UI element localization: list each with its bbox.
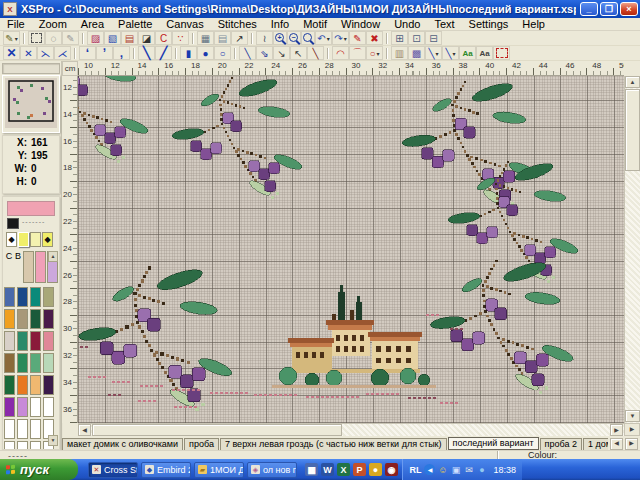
rotate-tool[interactable]: C xyxy=(155,31,172,45)
palette-swatch[interactable] xyxy=(30,287,41,307)
pencil-tool[interactable]: ✎▾ xyxy=(3,31,20,45)
line-width-tool[interactable]: ╲▾ xyxy=(442,46,459,60)
menu-palette[interactable]: Palette xyxy=(111,18,159,30)
minimize-button[interactable]: _ xyxy=(580,2,598,16)
tray-app2-icon[interactable]: ✉ xyxy=(463,464,474,475)
circle-tool[interactable]: ○▾ xyxy=(366,46,383,60)
menu-undo[interactable]: Undo xyxy=(387,18,427,30)
scroll-up-button[interactable]: ▲ xyxy=(625,76,640,88)
backstitch-tool-4[interactable]: ↖ xyxy=(290,46,307,60)
palette-scroll-down[interactable]: ▼ xyxy=(48,435,58,446)
three-quarter-stitch-tool-1[interactable]: ✕ xyxy=(20,46,37,60)
keyboard-layout-indicator[interactable]: RL xyxy=(409,465,421,475)
palette-swatch[interactable] xyxy=(43,287,54,307)
menu-motif[interactable]: Motif xyxy=(296,18,334,30)
selection-export-tool[interactable] xyxy=(493,46,510,60)
sheet-tab-0[interactable]: макет домик с оливочками xyxy=(62,438,183,450)
scroll-right-button[interactable]: ▶ xyxy=(610,424,623,436)
palette-swatch[interactable] xyxy=(17,441,28,450)
menu-info[interactable]: Info xyxy=(264,18,296,30)
palette-swatch[interactable] xyxy=(17,331,28,351)
black-color-swatch[interactable] xyxy=(7,218,19,229)
palette-swatch[interactable] xyxy=(30,331,41,351)
tray-app1-icon[interactable]: ▣ xyxy=(450,464,461,475)
taskbar-item-1[interactable]: ◆Embird 2... xyxy=(141,462,191,478)
palette-swatch[interactable] xyxy=(17,397,28,417)
select-lasso-tool[interactable]: ◌ xyxy=(45,31,62,45)
pointer-arrow-tool[interactable]: ↗ xyxy=(231,31,248,45)
palette-swatch[interactable] xyxy=(17,309,28,329)
scrollbar-corner-button[interactable]: ▶ xyxy=(624,423,640,436)
palette-swatch[interactable] xyxy=(17,375,28,395)
vertical-scroll-thumb[interactable] xyxy=(625,89,640,171)
pen-edit-tool[interactable]: ✎ xyxy=(349,31,366,45)
backstitch-tool-5[interactable]: ╲ xyxy=(307,46,324,60)
palette-swatch[interactable] xyxy=(43,331,54,351)
tab-scroll-left-button[interactable]: ◀ xyxy=(610,438,623,450)
quicklaunch-media-icon[interactable]: ▦ xyxy=(305,463,318,476)
start-button[interactable]: пуск xyxy=(0,459,78,480)
menu-window[interactable]: Window xyxy=(334,18,387,30)
taskbar-item-2[interactable]: ▰1МОИ Д... xyxy=(194,462,244,478)
palette-header-swatch-0[interactable] xyxy=(23,251,34,283)
tray-hide-icon[interactable]: ◀ xyxy=(424,464,435,475)
line-style-tool[interactable]: ╲▾ xyxy=(425,46,442,60)
export-image-tool[interactable]: ▤ xyxy=(214,31,231,45)
multi-point-tool[interactable]: ∵ xyxy=(172,31,189,45)
palette-swatch[interactable] xyxy=(43,375,54,395)
palette-swatch[interactable] xyxy=(30,375,41,395)
zoom-out-tool[interactable]: − xyxy=(287,31,301,45)
scroll-left-button[interactable]: ◀ xyxy=(78,424,91,436)
zoom-area-tool[interactable] xyxy=(301,31,315,45)
menu-stitches[interactable]: Stitches xyxy=(211,18,264,30)
palette-swatch[interactable] xyxy=(43,309,54,329)
quarter-stitch-tool-3[interactable]: ‚ xyxy=(113,46,130,60)
menu-text[interactable]: Text xyxy=(427,18,461,30)
design-canvas[interactable] xyxy=(78,76,624,423)
backstitch-tool-3[interactable]: ↘ xyxy=(273,46,290,60)
sheet-tab-1[interactable]: проба xyxy=(184,438,219,450)
palette-swatch[interactable] xyxy=(30,309,41,329)
menu-area[interactable]: Area xyxy=(74,18,111,30)
current-color-swatch[interactable] xyxy=(7,201,55,216)
vertical-scrollbar[interactable]: ▲ ▼ xyxy=(624,76,640,423)
menu-canvas[interactable]: Canvas xyxy=(159,18,210,30)
palette-swatch[interactable] xyxy=(17,287,28,307)
text-tool-plain[interactable]: Aa xyxy=(476,46,493,60)
clipboard-page-button[interactable]: ⊡ xyxy=(408,31,425,45)
palette-header-swatch-1[interactable] xyxy=(35,251,46,283)
bead-tool[interactable]: ○ xyxy=(214,46,231,60)
mini-swatch-2[interactable] xyxy=(30,232,41,247)
dropdown-arrow-icon[interactable]: ▾ xyxy=(344,35,347,42)
half-stitch-back-tool[interactable]: ╲ xyxy=(138,46,155,60)
text-tool-serif[interactable]: Aa xyxy=(459,46,476,60)
dropdown-arrow-icon[interactable]: ▾ xyxy=(436,50,439,57)
french-knot-tool[interactable]: ● xyxy=(197,46,214,60)
quarter-stitch-tool-2[interactable]: ʼ xyxy=(96,46,113,60)
quicklaunch-powerpoint-icon[interactable]: P xyxy=(353,463,366,476)
quicklaunch-excel-icon[interactable]: X xyxy=(337,463,350,476)
three-quarter-stitch-tool-3[interactable]: ⋌ xyxy=(54,46,71,60)
palette-swatch[interactable] xyxy=(30,441,41,450)
restore-button[interactable]: ❐ xyxy=(600,2,618,16)
menu-file[interactable]: File xyxy=(0,18,32,30)
quicklaunch-red-icon[interactable]: ◉ xyxy=(385,463,398,476)
taskbar-item-3[interactable]: ◈ол нов п... xyxy=(247,462,297,478)
full-cross-stitch-tool[interactable]: ✕ xyxy=(3,46,20,60)
dropdown-arrow-icon[interactable]: ▾ xyxy=(377,50,380,57)
arc-tool[interactable]: ⌒ xyxy=(349,46,366,60)
tray-network-icon[interactable]: ● xyxy=(476,464,487,475)
palette-swatch[interactable] xyxy=(4,353,15,373)
motif-paste-tool[interactable]: ▧ xyxy=(104,31,121,45)
palette-swatch[interactable] xyxy=(4,309,15,329)
palette-swatch[interactable] xyxy=(30,353,41,373)
redo-button[interactable]: ↷▾ xyxy=(332,31,349,45)
pattern-preview[interactable] xyxy=(2,75,60,133)
thread-tool[interactable]: ≀ xyxy=(256,31,273,45)
palette-swatch[interactable] xyxy=(4,441,15,450)
sheet-tab-5[interactable]: 1 дом (не весь для стыковки) xyxy=(583,438,608,450)
motif-mirror-tool[interactable]: ◪ xyxy=(138,31,155,45)
palette-tool[interactable]: ▩ xyxy=(408,46,425,60)
palette-swatch[interactable] xyxy=(4,331,15,351)
palette-swatch[interactable] xyxy=(4,287,15,307)
